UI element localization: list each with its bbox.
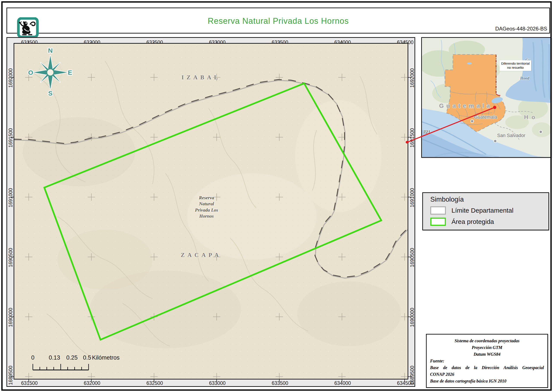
page-title: Reserva Natural Privada Los Hornos <box>7 16 549 26</box>
road-label-721: 721 <box>423 130 430 134</box>
grid-coord: 1691000 <box>409 188 415 207</box>
header: Reserva Natural Privada Los Hornos DAGeo… <box>7 7 550 34</box>
country-label-guatemala: G u a t e m a l a <box>439 102 490 109</box>
scale-tick-label: 0.13 <box>49 354 60 361</box>
country-label-honduras: H o <box>524 114 536 120</box>
grid-coord: 1690000 <box>8 308 14 327</box>
grid-coord: 1690500 <box>8 248 14 267</box>
scale-bar: 0 0.13 0.25 0.5 Kilómetros <box>32 354 153 374</box>
grid-coord: 1691500 <box>409 128 415 147</box>
scale-tick-label: 0 <box>31 354 34 361</box>
credit-line: Base de datos de la Dirección Análisis G… <box>430 364 544 371</box>
lake-peten <box>467 63 472 65</box>
scale-ruler <box>32 362 92 372</box>
legend: Simbología Límite Departamental Área pro… <box>422 192 549 230</box>
credit-line: Base de datos cartografía básica IGN 201… <box>430 378 544 385</box>
grid-coord: 1689500 <box>409 366 415 385</box>
grid-coord: 632000 <box>84 380 100 386</box>
inset-basemap: G u a t e m a l a Guatemala San Salvador… <box>422 38 551 157</box>
map-document-page: Reserva Natural Privada Los Hornos DAGeo… <box>0 0 553 392</box>
grid-coord: 1689500 <box>8 366 14 385</box>
document-code: DAGeos-448-2026-BS <box>495 26 547 32</box>
credit-line: Proyección GTM <box>430 344 544 351</box>
water-label-gulf-2: Hond <box>520 76 529 80</box>
grid-coord: 633500 <box>272 380 288 386</box>
protected-area-swatch <box>430 218 446 226</box>
scale-unit-label: Kilómetros <box>92 354 120 361</box>
credit-line: Sistema de coordenadas proyectadas <box>430 337 544 344</box>
compass-e-label: E <box>68 69 72 76</box>
grid-coord: 1692000 <box>8 68 14 88</box>
grid-coord: 632500 <box>146 380 163 386</box>
department-label-izabal: IZABAL <box>181 74 221 81</box>
credits-panel: Sistema de coordenadas proyectadas Proye… <box>426 334 548 388</box>
territorial-dispute-note: Diferendo territorial no resuelto <box>500 60 531 71</box>
credit-line: CONAP 2026 <box>430 371 544 378</box>
reserve-name-label: Reserva Natural Privada Los Hornos <box>195 195 218 219</box>
grid-coord: 1691000 <box>8 188 14 207</box>
main-map-canvas: N E S O IZABAL ZACAPA Reserva Natural Pr… <box>14 43 408 379</box>
grid-coord: 1692000 <box>409 68 415 88</box>
city-label-san-salvador: San Salvador <box>497 133 525 138</box>
legend-title: Simbología <box>430 196 464 203</box>
grid-coord: 1690000 <box>409 308 415 327</box>
conap-monkey-icon <box>17 17 39 39</box>
compass-w-label: O <box>28 69 33 76</box>
grid-coord: 633000 <box>209 380 226 386</box>
grid-coord: 631500 <box>21 380 38 386</box>
scale-tick-label: 0.5 <box>83 354 91 361</box>
departmental-limit-swatch <box>430 206 446 215</box>
credit-line: Datum WGS84 <box>430 351 544 358</box>
compass-s-label: S <box>48 90 53 97</box>
inset-location-map: G u a t e m a l a Guatemala San Salvador… <box>421 37 552 158</box>
legend-item-label: Área protegida <box>451 218 494 225</box>
grid-coord: 634000 <box>334 380 351 386</box>
grid-coord: 1691500 <box>8 128 14 147</box>
scale-tick-label: 0.25 <box>66 354 78 361</box>
leader-start-dot <box>406 141 408 143</box>
credit-line: Fuente: <box>430 358 544 364</box>
legend-item-label: Límite Departamental <box>451 207 513 214</box>
compass-n-label: N <box>48 47 53 54</box>
grid-coord: 1690500 <box>409 248 415 267</box>
department-label-zacapa: ZACAPA <box>181 252 222 259</box>
city-label-guatemala: Guatemala <box>474 114 497 120</box>
compass-rose: N E S O <box>28 45 73 97</box>
